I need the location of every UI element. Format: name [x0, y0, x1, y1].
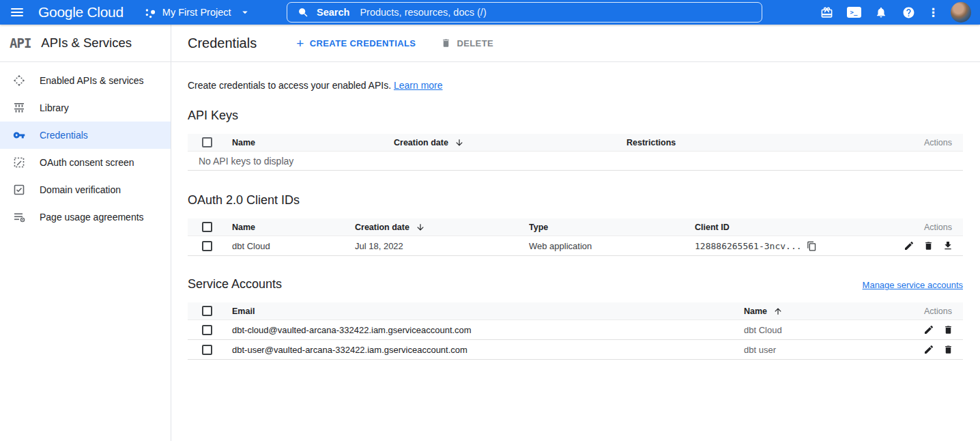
- consent-screen-icon: [12, 157, 26, 168]
- sort-asc-icon: [773, 307, 783, 316]
- cloud-shell-icon[interactable]: >_: [846, 4, 862, 20]
- table-row: dbt Cloud Jul 18, 2022 Web application 1…: [188, 236, 963, 256]
- sidebar-item-oauth-consent[interactable]: OAuth consent screen: [0, 149, 171, 176]
- service-account-email: dbt-user@vaulted-arcana-332422.iam.gserv…: [232, 345, 744, 355]
- search-input[interactable]: Search Products, resources, docs (/): [287, 2, 762, 23]
- key-icon: [12, 129, 26, 141]
- project-icon: [144, 7, 156, 18]
- project-switcher[interactable]: My First Project: [144, 6, 257, 18]
- api-product-icon: API: [10, 35, 31, 51]
- menu-icon[interactable]: [0, 0, 34, 25]
- api-keys-header-row: Name Creation date Restrictions Actions: [188, 134, 963, 152]
- product-title: APIs & Services: [41, 35, 132, 51]
- column-name[interactable]: Name: [232, 138, 394, 147]
- google-cloud-logo[interactable]: Google Cloud: [38, 4, 124, 20]
- sort-desc-icon: [455, 138, 464, 147]
- client-type: Web application: [529, 241, 695, 251]
- edit-icon[interactable]: [923, 344, 934, 355]
- service-account-name: dbt Cloud: [744, 325, 900, 335]
- client-creation-date: Jul 18, 2022: [355, 241, 529, 251]
- page-toolbar: Credentials + CREATE CREDENTIALS DELETE: [171, 25, 980, 61]
- service-account-email: dbt-cloud@vaulted-arcana-332422.iam.gser…: [232, 325, 744, 335]
- sort-desc-icon: [416, 223, 425, 232]
- row-checkbox[interactable]: [202, 345, 212, 355]
- notifications-icon[interactable]: [873, 4, 889, 20]
- api-keys-empty-state: No API keys to display: [188, 152, 963, 171]
- column-name[interactable]: Name: [232, 223, 355, 232]
- table-row: dbt-cloud@vaulted-arcana-332422.iam.gser…: [188, 320, 963, 340]
- manage-service-accounts-link[interactable]: Manage service accounts: [863, 280, 963, 290]
- search-icon: [298, 7, 309, 18]
- row-checkbox[interactable]: [202, 241, 212, 251]
- service-account-name: dbt user: [744, 345, 900, 355]
- copy-icon[interactable]: [807, 241, 817, 251]
- column-restrictions: Restrictions: [626, 138, 881, 147]
- service-accounts-table: Email Name Actions dbt-cloud@vaulted-arc…: [188, 302, 963, 360]
- page-header: API APIs & Services Credentials + CREATE…: [0, 25, 980, 62]
- create-credentials-button[interactable]: + CREATE CREDENTIALS: [296, 37, 416, 50]
- sidebar-item-library[interactable]: Library: [0, 94, 171, 122]
- avatar[interactable]: [951, 2, 971, 23]
- help-icon[interactable]: [900, 4, 917, 20]
- chevron-down-icon: [239, 6, 257, 18]
- column-actions: Actions: [881, 138, 963, 147]
- service-accounts-header-row: Email Name Actions: [188, 302, 963, 320]
- service-accounts-heading: Service Accounts: [188, 276, 282, 292]
- sidebar: Enabled APIs & services Library Cre: [0, 62, 171, 441]
- topbar: Google Cloud My First Project Search Pro…: [0, 0, 980, 25]
- column-name[interactable]: Name: [744, 307, 900, 316]
- search-label: Search: [317, 7, 349, 18]
- more-options-icon[interactable]: ⋮: [927, 5, 937, 20]
- page-title: Credentials: [188, 35, 257, 51]
- client-id-value: 128886265561-3ncv...: [695, 241, 802, 251]
- select-all-checkbox[interactable]: [202, 137, 212, 147]
- table-row: dbt-user@vaulted-arcana-332422.iam.gserv…: [188, 340, 963, 360]
- google-cloud-console: Google Cloud My First Project Search Pro…: [0, 0, 980, 441]
- select-all-checkbox[interactable]: [202, 222, 212, 232]
- select-all-checkbox[interactable]: [202, 306, 212, 316]
- delete-icon[interactable]: [943, 344, 953, 355]
- plus-icon: +: [296, 37, 304, 50]
- delete-button[interactable]: DELETE: [441, 38, 493, 48]
- column-actions: Actions: [887, 223, 963, 232]
- product-header: API APIs & Services: [0, 25, 171, 61]
- gift-icon[interactable]: [818, 4, 835, 20]
- main-content: Create credentials to access your enable…: [171, 62, 980, 441]
- topbar-actions: >_ ⋮: [818, 2, 980, 23]
- delete-icon[interactable]: [923, 240, 934, 251]
- edit-icon[interactable]: [923, 324, 934, 335]
- row-checkbox[interactable]: [202, 325, 212, 335]
- intro-text: Create credentials to access your enable…: [188, 80, 963, 91]
- sidebar-item-domain-verification[interactable]: Domain verification: [0, 176, 171, 203]
- download-icon[interactable]: [942, 240, 953, 251]
- verified-checkbox-icon: [12, 184, 26, 195]
- edit-icon[interactable]: [904, 240, 914, 251]
- enabled-apis-icon: [12, 74, 26, 87]
- column-client-id: Client ID: [695, 223, 887, 232]
- client-name: dbt Cloud: [232, 241, 355, 251]
- agreements-gear-icon: [12, 212, 26, 223]
- oauth-clients-heading: OAuth 2.0 Client IDs: [188, 192, 963, 208]
- column-creation-date[interactable]: Creation date: [394, 138, 626, 147]
- learn-more-link[interactable]: Learn more: [394, 80, 443, 91]
- library-icon: [12, 102, 26, 113]
- oauth-header-row: Name Creation date Type Client ID Action…: [188, 218, 963, 236]
- sidebar-item-page-usage-agreements[interactable]: Page usage agreements: [0, 203, 171, 231]
- column-type: Type: [529, 223, 695, 232]
- sidebar-item-credentials[interactable]: Credentials: [0, 122, 171, 149]
- oauth-clients-table: Name Creation date Type Client ID Action…: [188, 218, 963, 256]
- project-name: My First Project: [162, 7, 231, 18]
- trash-icon: [441, 38, 451, 48]
- column-email[interactable]: Email: [232, 307, 744, 316]
- api-keys-table: Name Creation date Restrictions Actions …: [188, 134, 963, 171]
- api-keys-heading: API Keys: [188, 107, 963, 124]
- delete-icon[interactable]: [943, 324, 953, 335]
- column-creation-date[interactable]: Creation date: [355, 223, 529, 232]
- sidebar-item-enabled-apis[interactable]: Enabled APIs & services: [0, 67, 171, 94]
- search-placeholder: Products, resources, docs (/): [360, 7, 486, 18]
- column-actions: Actions: [900, 307, 963, 316]
